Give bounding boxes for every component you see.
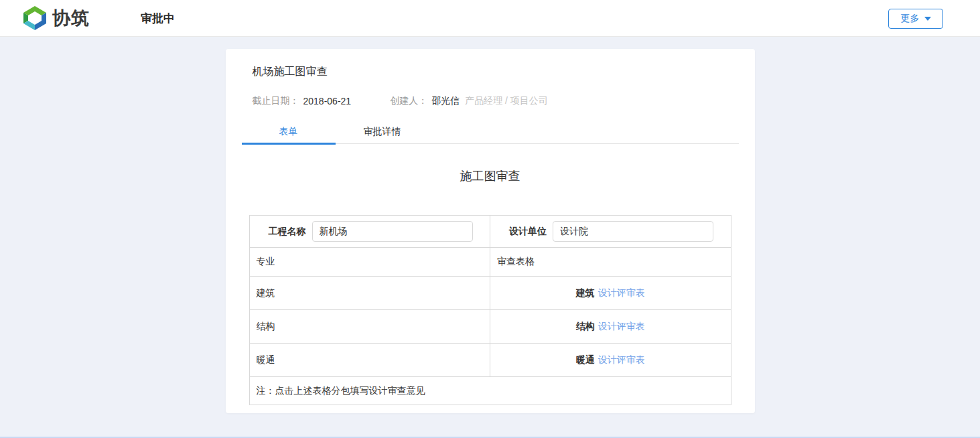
app-logo: 协筑 — [21, 5, 90, 31]
form-title: 施工图审查 — [226, 168, 755, 184]
specialty-column-header: 专业 — [250, 248, 490, 276]
structure-review-form-link[interactable]: 设计评审表 — [598, 321, 645, 333]
specialty-structure: 结构 — [250, 310, 490, 343]
caret-down-icon — [924, 17, 931, 21]
hvac-review-form-link[interactable]: 设计评审表 — [598, 354, 645, 366]
table-row-header: 专业 审查表格 — [249, 248, 731, 277]
project-name-input[interactable] — [312, 221, 473, 242]
top-header: 协筑 审批中 更多 — [0, 0, 980, 37]
page-title: 审批中 — [141, 11, 175, 26]
table-row-architecture: 建筑 建筑 设计评审表 — [249, 277, 731, 310]
approval-title: 机场施工图审查 — [226, 49, 755, 79]
logo-text: 协筑 — [52, 6, 90, 30]
xiezhu-logo-icon — [21, 5, 48, 31]
specialty-architecture: 建筑 — [250, 277, 490, 309]
structure-form-prefix: 结构 — [576, 321, 595, 333]
table-row-inputs: 工程名称 设计单位 — [249, 216, 731, 248]
creator-label: 创建人： — [390, 95, 427, 107]
approval-card: 机场施工图审查 截止日期： 2018-06-21 创建人： 邵光信 产品经理 /… — [226, 49, 755, 413]
design-unit-input[interactable] — [553, 221, 713, 242]
more-button-label: 更多 — [901, 13, 920, 25]
review-form-table: 工程名称 设计单位 专业 审查表格 建筑 建筑 设计评审表 — [249, 215, 731, 405]
design-unit-label: 设计单位 — [509, 226, 547, 238]
project-name-label: 工程名称 — [269, 226, 306, 238]
specialty-hvac: 暖通 — [250, 344, 490, 376]
tab-form[interactable]: 表单 — [242, 121, 336, 143]
deadline-value: 2018-06-21 — [303, 96, 352, 106]
table-row-hvac: 暖通 暖通 设计评审表 — [249, 344, 731, 377]
architecture-form-prefix: 建筑 — [576, 287, 595, 299]
architecture-review-form-link[interactable]: 设计评审表 — [598, 287, 645, 299]
hvac-form-prefix: 暖通 — [576, 354, 595, 366]
review-form-column-header: 审查表格 — [490, 248, 731, 276]
table-row-note: 注：点击上述表格分包填写设计审查意见 — [249, 377, 731, 405]
approval-meta: 截止日期： 2018-06-21 创建人： 邵光信 产品经理 / 项目公司 — [226, 79, 755, 107]
creator-name: 邵光信 — [431, 95, 460, 107]
creator-role: 产品经理 / 项目公司 — [465, 95, 548, 107]
table-row-structure: 结构 结构 设计评审表 — [249, 310, 731, 344]
deadline-label: 截止日期： — [253, 95, 299, 107]
tab-approval-details[interactable]: 审批详情 — [336, 121, 429, 143]
table-note: 注：点击上述表格分包填写设计审查意见 — [250, 377, 731, 405]
more-button[interactable]: 更多 — [888, 9, 943, 29]
tab-bar: 表单 审批详情 — [242, 121, 739, 144]
